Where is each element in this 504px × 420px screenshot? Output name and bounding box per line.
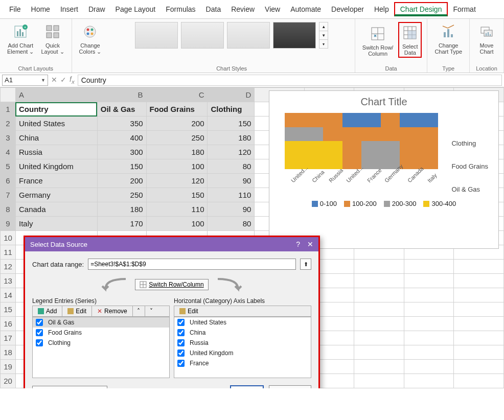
cell-A6[interactable]: France — [15, 174, 97, 188]
cell-C5[interactable]: 100 — [146, 159, 208, 174]
cell-C6[interactable]: 120 — [146, 174, 208, 188]
cell-A1[interactable]: Country — [15, 102, 97, 116]
menu-data[interactable]: Data — [201, 3, 226, 15]
row-header-17[interactable]: 17 — [1, 331, 16, 345]
cell-L14[interactable] — [354, 288, 404, 302]
menu-formulas[interactable]: Formulas — [161, 3, 200, 15]
column-header-D[interactable]: D — [208, 88, 255, 102]
cell-N16[interactable] — [454, 317, 504, 331]
menu-page-layout[interactable]: Page Layout — [110, 3, 161, 15]
row-header-8[interactable]: 8 — [1, 202, 16, 217]
category-checkbox[interactable] — [177, 360, 185, 367]
cell-B9[interactable]: 170 — [97, 217, 146, 231]
cell-C9[interactable]: 100 — [146, 217, 208, 231]
cell-L12[interactable] — [354, 260, 404, 274]
cell-B3[interactable]: 400 — [97, 131, 146, 145]
row-header-4[interactable]: 4 — [1, 145, 16, 159]
menu-insert[interactable]: Insert — [55, 3, 83, 15]
cell-L19[interactable] — [354, 360, 404, 374]
cell-L20[interactable] — [354, 374, 404, 388]
cell-M18[interactable] — [404, 345, 454, 360]
category-item[interactable]: United Kingdom — [174, 348, 311, 358]
row-header-13[interactable]: 13 — [1, 274, 16, 288]
menu-chart-design[interactable]: Chart Design — [394, 2, 448, 16]
series-listbox[interactable]: Oil & GasFood GrainsClothing — [32, 317, 170, 378]
name-box[interactable]: A1▼ — [2, 75, 48, 86]
cell-D9[interactable]: 80 — [208, 217, 255, 231]
chart-style-3[interactable] — [227, 22, 270, 49]
row-header-6[interactable]: 6 — [1, 174, 16, 188]
column-header-B[interactable]: B — [97, 88, 146, 102]
cell-D4[interactable]: 120 — [208, 145, 255, 159]
series-item[interactable]: Clothing — [33, 338, 169, 348]
column-header-C[interactable]: C — [146, 88, 208, 102]
cell-B5[interactable]: 150 — [97, 159, 146, 174]
cell-D8[interactable]: 90 — [208, 202, 255, 217]
cell-B7[interactable]: 250 — [97, 188, 146, 202]
cell-N18[interactable] — [454, 345, 504, 360]
range-picker-icon[interactable]: ⬆ — [300, 259, 311, 270]
cell-D6[interactable]: 90 — [208, 174, 255, 188]
chart-plot-area[interactable] — [285, 113, 438, 169]
cell-N12[interactable] — [454, 260, 504, 274]
column-header-A[interactable]: A — [15, 88, 97, 102]
menu-file[interactable]: File — [4, 3, 26, 15]
cell-D2[interactable]: 150 — [208, 116, 255, 131]
switch-row-column-button[interactable]: Switch Row/ Column — [360, 22, 396, 58]
cell-N14[interactable] — [454, 288, 504, 302]
cell-M14[interactable] — [404, 288, 454, 302]
chart-style-2[interactable] — [181, 22, 224, 49]
cell-N19[interactable] — [454, 360, 504, 374]
cell-M20[interactable] — [404, 374, 454, 388]
cell-N17[interactable] — [454, 331, 504, 345]
series-edit-button[interactable]: Edit — [62, 306, 92, 316]
cell-N15[interactable] — [454, 302, 504, 317]
switch-row-column-dialog-button[interactable]: Switch Row/Column — [135, 279, 208, 290]
row-header-18[interactable]: 18 — [1, 345, 16, 360]
category-checkbox[interactable] — [177, 339, 185, 346]
quick-layout-button[interactable]: Quick Layout ⌄ — [39, 22, 66, 56]
cell-B8[interactable]: 180 — [97, 202, 146, 217]
cell-A3[interactable]: China — [15, 131, 97, 145]
row-header-20[interactable]: 20 — [1, 374, 16, 388]
cell-A2[interactable]: United States — [15, 116, 97, 131]
category-checkbox[interactable] — [177, 319, 185, 326]
cell-D1[interactable]: Clothing — [208, 102, 255, 116]
category-item[interactable]: China — [174, 328, 311, 338]
cell-M17[interactable] — [404, 331, 454, 345]
enter-icon[interactable]: ✓ — [60, 76, 66, 84]
row-header-15[interactable]: 15 — [1, 302, 16, 317]
move-chart-button[interactable]: Move Chart — [475, 22, 498, 56]
row-header-11[interactable]: 11 — [1, 245, 16, 260]
cell-L16[interactable] — [354, 317, 404, 331]
category-checkbox[interactable] — [177, 329, 185, 336]
change-colors-button[interactable]: Change Colors ⌄ — [77, 22, 104, 56]
cell-D5[interactable]: 80 — [208, 159, 255, 174]
cell-L13[interactable] — [354, 274, 404, 288]
row-header-3[interactable]: 3 — [1, 131, 16, 145]
row-header-16[interactable]: 16 — [1, 317, 16, 331]
select-data-button[interactable]: Select Data — [398, 22, 422, 58]
ok-button[interactable]: OK — [230, 385, 263, 388]
cancel-icon[interactable]: ✕ — [51, 76, 57, 84]
series-move-down-button[interactable]: ˅ — [145, 306, 157, 316]
cell-D7[interactable]: 110 — [208, 188, 255, 202]
change-chart-type-button[interactable]: Change Chart Type — [432, 22, 464, 56]
menu-home[interactable]: Home — [26, 3, 55, 15]
cell-D3[interactable]: 180 — [208, 131, 255, 145]
chart-style-4[interactable] — [273, 22, 316, 49]
cell-A9[interactable]: Italy — [15, 217, 97, 231]
menu-format[interactable]: Format — [448, 3, 480, 15]
chart-data-range-input[interactable] — [88, 259, 296, 270]
row-header-10[interactable]: 10 — [1, 231, 16, 245]
select-all-corner[interactable] — [1, 88, 16, 102]
dialog-titlebar[interactable]: Select Data Source ? ✕ — [25, 237, 318, 251]
cell-B1[interactable]: Oil & Gas — [97, 102, 146, 116]
cell-M13[interactable] — [404, 274, 454, 288]
row-header-1[interactable]: 1 — [1, 102, 16, 116]
category-edit-button[interactable]: Edit — [174, 306, 203, 316]
row-header-9[interactable]: 9 — [1, 217, 16, 231]
cell-B6[interactable]: 200 — [97, 174, 146, 188]
dialog-help-icon[interactable]: ? — [296, 240, 300, 248]
dialog-close-icon[interactable]: ✕ — [307, 240, 313, 248]
